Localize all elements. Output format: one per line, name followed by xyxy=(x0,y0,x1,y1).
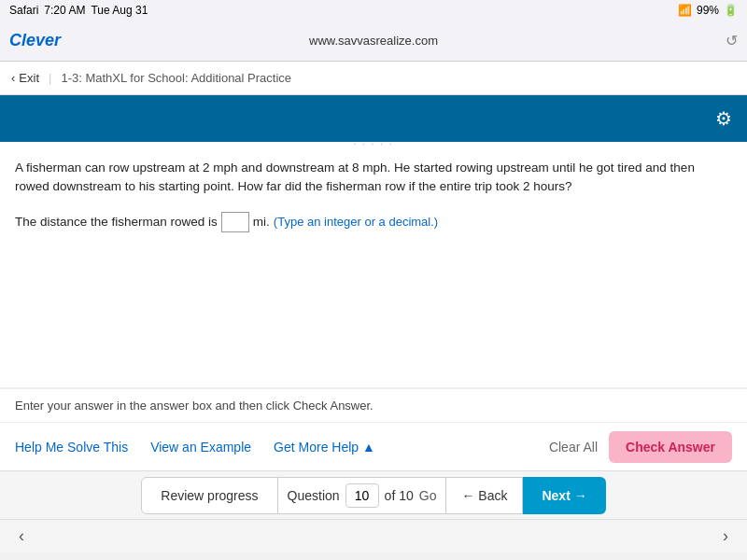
header-banner: ⚙ xyxy=(0,95,747,142)
exit-button[interactable]: ‹ Exit xyxy=(11,71,39,85)
question-text: A fisherman can row upstream at 2 mph an… xyxy=(15,159,732,197)
question-nav: Question of 10 Go xyxy=(278,477,447,514)
gear-icon[interactable]: ⚙ xyxy=(715,107,732,130)
clear-all-button[interactable]: Clear All xyxy=(549,440,598,455)
wifi-icon: 📶 xyxy=(678,4,692,17)
reload-icon: ↺ xyxy=(726,32,738,49)
separator-dots: · · · · · xyxy=(353,139,393,149)
back-button[interactable]: ← Back xyxy=(446,477,523,514)
view-example-button[interactable]: View an Example xyxy=(150,440,251,455)
battery-icon: 🔋 xyxy=(724,4,738,17)
browser-bar: Clever www.savvasrealize.com ↺ xyxy=(0,21,747,62)
go-button[interactable]: Go xyxy=(419,488,437,503)
battery-level: 99% xyxy=(697,4,719,17)
nav-divider: | xyxy=(49,71,51,85)
breadcrumb: 1-3: MathXL for School: Additional Pract… xyxy=(61,71,291,85)
answer-unit: mi. xyxy=(253,215,270,229)
status-bar: Safari 7:20 AM Tue Aug 31 📶 99% 🔋 xyxy=(0,0,747,21)
nav-bar: ‹ Exit | 1-3: MathXL for School: Additio… xyxy=(0,62,747,95)
next-page-button[interactable]: › xyxy=(723,526,728,546)
check-answer-button[interactable]: Check Answer xyxy=(609,431,732,463)
prev-page-button[interactable]: ‹ xyxy=(19,526,24,546)
status-date: Tue Aug 31 xyxy=(91,4,148,17)
question-number-input[interactable] xyxy=(345,483,379,508)
answer-hint: (Type an integer or a decimal.) xyxy=(274,215,438,229)
review-progress-button[interactable]: Review progress xyxy=(141,477,277,514)
clever-logo: Clever xyxy=(9,31,84,50)
get-more-help-button[interactable]: Get More Help ▲ xyxy=(274,440,375,455)
url-bar[interactable]: www.savvasrealize.com xyxy=(84,34,663,48)
answer-input-box[interactable] xyxy=(221,212,249,232)
main-content: A fisherman can row upstream at 2 mph an… xyxy=(0,146,747,388)
instructions-bar: Enter your answer in the answer box and … xyxy=(0,388,747,422)
instructions-text: Enter your answer in the answer box and … xyxy=(15,399,374,413)
page-arrows: ‹ › xyxy=(0,519,747,553)
back-chevron-icon: ‹ xyxy=(11,71,15,85)
next-button[interactable]: Next → xyxy=(523,477,605,514)
bottom-nav: Review progress Question of 10 Go ← Back… xyxy=(0,470,747,519)
exit-label: Exit xyxy=(19,71,39,85)
help-me-solve-button[interactable]: Help Me Solve This xyxy=(15,440,128,455)
status-time: 7:20 AM xyxy=(44,4,85,17)
action-bar: Help Me Solve This View an Example Get M… xyxy=(0,422,747,470)
answer-line: The distance the fisherman rowed is mi. … xyxy=(15,212,732,232)
reload-button[interactable]: ↺ xyxy=(663,32,738,49)
of-label: of 10 xyxy=(385,488,414,503)
browser-name: Safari xyxy=(9,4,38,17)
question-label: Question xyxy=(288,488,340,503)
answer-label: The distance the fisherman rowed is xyxy=(15,215,218,229)
